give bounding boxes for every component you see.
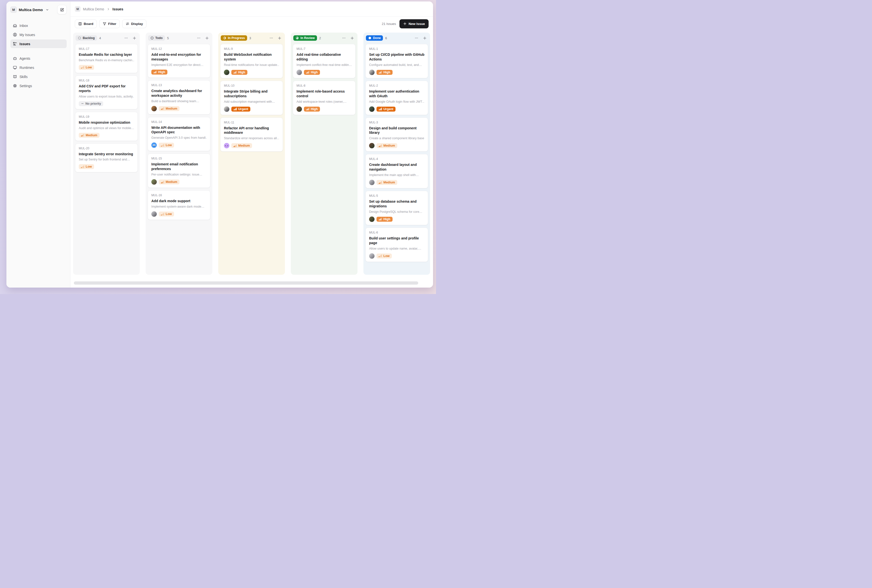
issue-footer: Low [79,164,134,169]
column-more-button[interactable] [196,35,202,41]
avatar [369,180,375,185]
status-pill: Done [366,35,383,41]
status-label: Todo [155,36,163,40]
issue-card[interactable]: MUL-1Set up CI/CD pipeline with GitHub A… [365,44,428,78]
issue-card[interactable]: MUL-3Design and build component libraryC… [365,117,428,152]
column-add-button[interactable] [131,35,137,41]
issue-card[interactable]: MUL-10Integrate Stripe billing and subsc… [220,81,283,115]
issue-card[interactable]: MUL-11Refactor API error handling middle… [220,117,283,152]
issue-id: MUL-16 [152,194,207,197]
issue-id: MUL-7 [297,47,352,51]
issue-description: Real-time notifications for issue update… [224,63,279,67]
column-more-button[interactable] [341,35,347,41]
breadcrumb-workspace-link[interactable]: Multica Demo [83,7,104,11]
issue-card[interactable]: MUL-14Write API documentation with OpenA… [148,117,210,152]
sidebar-item-my-issues[interactable]: My Issues [11,30,67,39]
avatar [369,216,375,222]
priority-badge: Low [79,164,94,169]
issue-description: Create a shared component library base… [369,136,425,140]
issues-count: 21 Issues [382,22,396,26]
column-add-button[interactable] [276,35,282,41]
issue-card[interactable]: MUL-18Add CSV and PDF export for reports… [75,75,138,110]
issue-title: Integrate Stripe billing and subscriptio… [224,89,279,99]
column-done: Done6MUL-1Set up CI/CD pipeline with Git… [363,33,430,275]
priority-bars-icon [379,255,382,257]
priority-bars-icon [234,108,237,110]
sidebar-item-agents[interactable]: Agents [11,54,67,63]
issue-card[interactable]: MUL-17Evaluate Redis for caching layerBe… [75,44,138,73]
priority-label: High [311,107,318,111]
workspace-name: Multica Demo [19,8,43,12]
workspace-switcher[interactable]: M Multica Demo [11,5,67,14]
new-issue-label: New Issue [408,22,425,26]
issue-title: Implement role-based access control [297,89,352,99]
sliders-icon [126,22,129,26]
column-add-button[interactable] [349,35,355,41]
priority-badge: Urgent [231,106,250,112]
issue-description: Allow users to export issue lists, activ… [79,95,134,98]
issue-card[interactable]: MUL-20Integrate Sentry error monitoringS… [75,143,138,172]
issue-card[interactable]: MUL-9Build WebSocket notification system… [220,44,283,78]
sidebar-item-skills[interactable]: Skills [11,72,67,81]
issue-footer: High [224,70,279,75]
issue-description: Allow users to update name, avatar,… [369,247,425,250]
view-button-board[interactable]: Board [75,20,97,28]
sidebar-item-runtimes[interactable]: Runtimes [11,63,67,72]
filled-circle-icon [368,36,372,40]
avatar [369,106,375,112]
sidebar-item-settings[interactable]: Settings [11,81,67,90]
issue-id: MUL-13 [152,83,207,87]
status-pill: In Review [293,35,317,41]
view-button-display[interactable]: Display [122,20,146,28]
view-button-filter[interactable]: Filter [99,20,120,28]
status-label: Backlog [83,36,95,40]
priority-bars-icon [161,181,164,183]
sidebar-item-issues[interactable]: Issues [11,39,67,48]
kanban-board: Backlog4MUL-17Evaluate Redis for caching… [71,31,433,288]
issue-card[interactable]: MUL-12Add end-to-end encryption for mess… [148,44,210,78]
priority-label: Low [166,143,172,147]
status-pill: Backlog [75,35,97,41]
priority-badge: High [377,70,393,75]
issue-card[interactable]: MUL-16Add dark mode supportImplement sys… [148,190,210,220]
column-more-button[interactable] [123,35,129,41]
priority-badge: Low [159,212,174,216]
issue-footer: High [297,70,352,75]
chevron-down-icon[interactable] [45,8,49,12]
horizontal-scrollbar[interactable] [74,281,418,285]
issue-card[interactable]: MUL-7Add real-time collaborative editing… [293,44,356,78]
priority-bars-icon [306,71,309,74]
column-add-button[interactable] [422,35,428,41]
priority-bars-icon [379,218,382,220]
main-area: M Multica Demo Issues BoardFilterDisplay… [71,2,433,288]
column-more-button[interactable] [269,35,274,41]
column-count: 3 [249,36,251,40]
column-more-button[interactable] [414,35,419,41]
issue-footer: Low [152,211,207,217]
priority-label: Urgent [383,107,393,111]
avatar [297,70,302,75]
priority-label: Medium [166,180,177,184]
column-todo: Todo5MUL-12Add end-to-end encryption for… [146,33,212,275]
compose-button[interactable] [57,5,67,14]
issue-description: Generate OpenAPI 3.0 spec from handl… [152,136,207,140]
issue-card[interactable]: MUL-2Implement user authentication with … [365,81,428,115]
column-add-button[interactable] [204,35,210,41]
column-cards: MUL-12Add end-to-end encryption for mess… [146,44,212,222]
issue-card[interactable]: MUL-8Implement role-based access control… [293,81,356,115]
issue-card[interactable]: MUL-15Implement email notification prefe… [148,153,210,188]
issue-footer: Low [152,142,207,148]
issue-card[interactable]: MUL-4Create dashboard layout and navigat… [365,154,428,188]
issue-card[interactable]: MUL-6Build user settings and profile pag… [365,228,428,262]
priority-bars-icon [161,107,164,110]
issue-card[interactable]: MUL-13Create analytics dashboard for wor… [148,80,210,114]
issue-description: Standardize error responses across all… [224,136,279,140]
issue-id: MUL-12 [152,47,207,51]
issue-card[interactable]: MUL-19Mobile responsive optimizationAudi… [75,112,138,141]
issue-id: MUL-9 [224,47,279,51]
sidebar-item-inbox[interactable]: Inbox [11,21,67,30]
new-issue-button[interactable]: New Issue [399,19,429,28]
priority-bars-icon [81,165,84,168]
issue-card[interactable]: MUL-5Set up database schema and migratio… [365,191,428,225]
filter-icon [103,22,107,26]
